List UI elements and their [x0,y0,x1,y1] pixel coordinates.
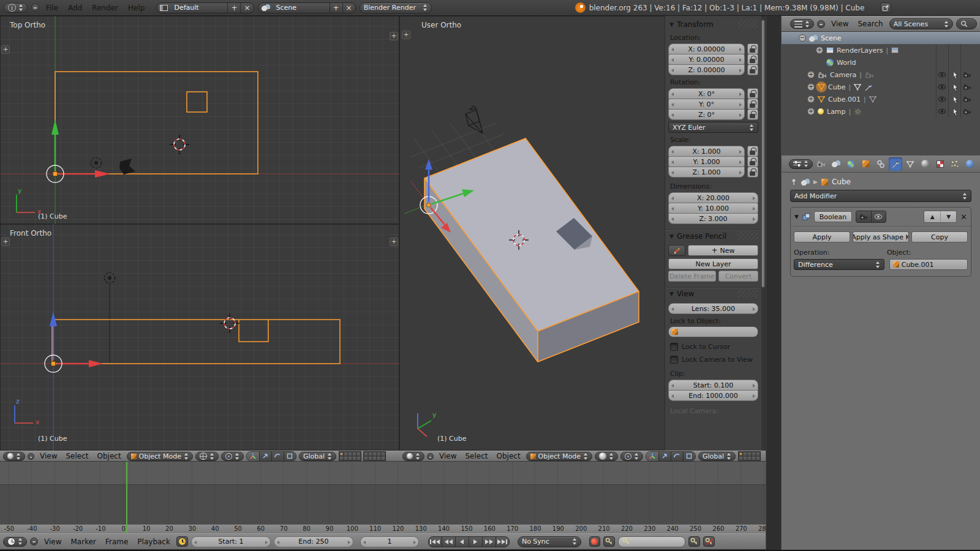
menu-help[interactable]: Help [125,4,148,12]
screen-layout-name[interactable]: Default [171,3,227,13]
selectability-cursor-icon[interactable] [950,107,960,116]
outliner-row-renderlayers[interactable]: + RenderLayers | [782,44,980,56]
manipulator-axis-toggle[interactable] [247,452,259,461]
mode-dropdown[interactable]: Object Mode [127,452,193,461]
shading-dropdown[interactable] [195,452,219,461]
visibility-eye-icon[interactable] [937,107,947,116]
rotation-z-field[interactable]: Z: 0° [668,109,745,120]
play-button[interactable] [469,536,483,547]
mode-dropdown[interactable]: Object Mode [526,452,592,461]
pin-icon[interactable] [790,178,797,186]
region-expand-button[interactable]: + [1,45,10,54]
scenes-filter-dropdown[interactable]: All Scenes [889,18,953,29]
lock-icon[interactable] [747,167,758,178]
lock-icon[interactable] [747,99,758,110]
operation-dropdown[interactable]: Difference [794,259,884,270]
menu-select[interactable]: Select [462,452,491,460]
viewport-front-ortho[interactable]: Front Ortho + + [0,224,399,451]
render-visibility-toggle[interactable] [856,211,871,222]
location-z-field[interactable]: Z: 0.00000 [668,64,745,75]
tab-object[interactable] [859,157,872,171]
rotation-mode-dropdown[interactable]: XYZ Euler [668,122,758,133]
outliner-row-scene[interactable]: − Scene [782,32,980,44]
menu-view[interactable]: View [436,452,459,460]
tab-world[interactable] [845,157,858,171]
dimension-z-field[interactable]: Z: 3.000 [668,213,758,224]
expand-icon[interactable]: + [807,71,815,78]
add-scene-button[interactable]: + [330,3,342,13]
layers-widget[interactable] [339,451,386,461]
collapse-menus-button[interactable] [28,453,34,460]
lock-icon[interactable] [747,64,758,75]
collapse-icon[interactable]: ▼ [794,214,799,220]
screen-layout-selector[interactable]: Default + × [156,2,254,13]
scene-selector[interactable]: Scene + × [258,2,356,13]
collapse-menus-button[interactable] [31,4,39,12]
selectability-cursor-icon[interactable] [950,95,960,103]
visibility-eye-icon[interactable] [937,70,947,79]
renderability-camera-icon[interactable] [962,70,972,79]
layers-widget[interactable] [738,451,761,461]
visibility-eye-icon[interactable] [937,83,947,91]
translate-manipulator[interactable] [51,119,110,178]
current-frame-field[interactable]: 1 [360,536,419,547]
menu-add[interactable]: Add [65,4,85,12]
grease-pencil-new-button[interactable]: +New [688,245,758,256]
visibility-eye-icon[interactable] [937,95,947,103]
selectability-cursor-icon[interactable] [950,70,960,79]
add-layout-button[interactable]: + [227,3,240,13]
tab-modifiers[interactable] [889,157,902,171]
editor-type-button[interactable] [402,452,424,461]
menu-render[interactable]: Render [89,4,121,12]
keying-set-field[interactable] [618,536,685,547]
scale-toggle[interactable] [284,452,296,461]
lock-camera-to-view-checkbox[interactable] [670,356,678,364]
window-duplicate-icon[interactable] [880,2,891,13]
tab-material[interactable] [919,157,932,171]
manipulator-axis-toggle[interactable] [646,452,658,461]
rotate-toggle[interactable] [271,452,284,461]
lock-icon[interactable] [747,156,758,167]
menu-marker[interactable]: Marker [67,538,99,546]
copy-button[interactable]: Copy [911,231,968,242]
lock-icon[interactable] [747,109,758,120]
move-down-button[interactable]: ▼ [940,211,956,222]
grease-pencil-draw-button[interactable] [668,245,685,256]
outliner-row-world[interactable]: World [782,56,980,69]
rotation-y-field[interactable]: Y: 0° [668,99,745,110]
scale-y-field[interactable]: Y: 1.000 [668,156,745,167]
viewport-visibility-toggle[interactable] [871,211,886,222]
collapse-icon[interactable]: − [799,34,806,42]
menu-file[interactable]: File [43,4,61,12]
pivot-dropdown[interactable] [221,452,244,461]
tab-constraints[interactable] [874,157,887,171]
translate-toggle[interactable] [259,452,271,461]
lock-icon[interactable] [747,88,758,99]
3d-cursor[interactable] [170,135,189,154]
orientation-dropdown[interactable]: Global [299,452,336,461]
pivot-dropdown[interactable] [620,452,643,461]
delete-frame-button[interactable]: Delete Frame [668,271,716,282]
collapse-menus-button[interactable] [427,453,434,460]
delete-layout-button[interactable]: × [240,3,253,13]
previous-keyframe-button[interactable] [442,536,456,547]
renderability-camera-icon[interactable] [962,95,972,103]
scale-x-field[interactable]: X: 1.000 [668,146,745,157]
dimension-x-field[interactable]: X: 20.000 [668,192,758,203]
viewport-user-ortho[interactable]: User Ortho + [399,16,766,451]
expand-icon[interactable]: + [807,96,815,103]
location-y-field[interactable]: Y: 0.00000 [668,54,745,65]
insert-keyframe-button[interactable] [688,536,700,547]
render-engine-dropdown[interactable]: Blender Render [360,2,432,13]
record-button[interactable] [589,536,600,547]
region-expand-button[interactable]: + [390,238,398,246]
dimension-y-field[interactable]: Y: 10.000 [668,203,758,214]
lock-icon[interactable] [747,43,758,54]
move-up-button[interactable]: ▲ [924,211,940,222]
outliner-row-camera[interactable]: + Camera | [782,69,980,81]
renderability-camera-icon[interactable] [962,83,972,91]
jump-to-start-button[interactable] [428,536,442,547]
editor-type-button[interactable] [789,159,813,169]
apply-button[interactable]: Apply [794,231,850,242]
new-layer-button[interactable]: New Layer [668,258,758,269]
